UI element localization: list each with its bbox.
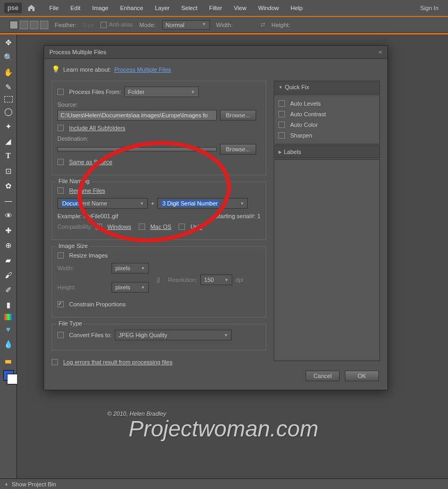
auto-contrast-label: Auto Contrast (290, 111, 326, 117)
close-icon[interactable]: × (379, 49, 382, 55)
lasso-tool-icon[interactable]: ◯ (3, 106, 14, 117)
process-files-dialog: Process Multiple Files × 💡 Learn more ab… (44, 45, 388, 390)
destination-browse-button[interactable]: Browse... (220, 144, 256, 155)
part1-rest: ent Name (82, 200, 107, 207)
chevron-up-icon[interactable]: ▲ (4, 482, 9, 486)
canvas-area: Process Multiple Files × 💡 Learn more ab… (17, 35, 448, 478)
paint-bucket-icon[interactable]: ▮ (3, 299, 14, 311)
eyedropper-tool-icon[interactable]: ✎ (3, 81, 14, 93)
auto-contrast-checkbox[interactable] (278, 111, 285, 117)
antialias-checkbox[interactable] (100, 22, 107, 28)
marquee-subtract[interactable] (30, 21, 38, 29)
menu-select[interactable]: Select (176, 2, 203, 14)
ok-button[interactable]: OK (345, 371, 379, 381)
watermark: © 2010, Helen Bradley Projectwoman.com (107, 410, 318, 441)
healing-tool-icon[interactable]: ✚ (3, 225, 14, 236)
quickfix-header[interactable]: ▼Quick Fix (274, 81, 380, 93)
include-subfolders-label: Include All Subfolders (69, 125, 125, 131)
swap-icon[interactable]: ⇄ (260, 21, 265, 28)
include-subfolders-checkbox[interactable] (57, 125, 64, 131)
redeye-tool-icon[interactable]: 👁 (3, 210, 14, 221)
blur-tool-icon[interactable]: 💧 (3, 338, 14, 350)
name-part2-select[interactable]: 3 Digit Serial Number▼ (157, 198, 248, 209)
format-select[interactable]: JPEG High Quality▼ (115, 330, 232, 340)
straighten-tool-icon[interactable]: — (3, 195, 14, 207)
rename-files-checkbox[interactable] (57, 187, 64, 194)
labels-header[interactable]: ▶Labels (274, 145, 380, 158)
sign-in[interactable]: Sign In (415, 2, 444, 14)
compat-windows-checkbox[interactable] (96, 224, 102, 230)
constrain-checkbox[interactable] (57, 301, 64, 307)
sponge-tool-icon[interactable]: ▃ (3, 353, 14, 365)
serial-value[interactable]: 1 (257, 213, 260, 219)
type-tool-icon[interactable]: T (3, 150, 14, 162)
name-part1-select[interactable]: Document Name▼ (57, 198, 148, 209)
process-from-checkbox[interactable] (57, 89, 64, 95)
auto-levels-label: Auto Levels (290, 100, 320, 107)
shape-tool-icon[interactable]: ♥ (3, 323, 14, 335)
move-tool-icon[interactable]: ✥ (3, 37, 14, 48)
clone-tool-icon[interactable]: ⊕ (3, 239, 14, 251)
menu-help[interactable]: Help (285, 2, 308, 14)
menu-filter[interactable]: Filter (204, 2, 227, 14)
source-path-input[interactable]: C:\Users\Helen\Documents\aa images\Europ… (57, 110, 217, 121)
feather-label: Feather: (55, 22, 77, 28)
cancel-button[interactable]: Cancel (306, 371, 340, 381)
menu-image[interactable]: Image (87, 2, 114, 14)
example-value: MyFile001.gif (83, 213, 118, 219)
resolution-select[interactable]: 150▼ (200, 274, 232, 285)
convert-checkbox[interactable] (57, 332, 64, 338)
crop-tool-icon[interactable]: ⊡ (3, 165, 14, 177)
color-swatches[interactable] (3, 370, 14, 381)
menu-enhance[interactable]: Enhance (115, 2, 148, 14)
same-as-source-checkbox[interactable] (57, 159, 64, 165)
brush-tool-icon[interactable]: 🖌 (3, 269, 14, 281)
hand-tool-icon[interactable]: ✋ (3, 66, 14, 78)
process-from-select[interactable]: Folder▼ (124, 87, 199, 97)
source-browse-button[interactable]: Browse... (220, 110, 256, 121)
log-errors-checkbox[interactable] (52, 359, 58, 365)
menu-window[interactable]: Window (253, 2, 284, 14)
gradient-tool-icon[interactable] (4, 314, 13, 320)
destination-path-input[interactable] (57, 147, 217, 151)
height-unit-select[interactable]: pixels▼ (112, 282, 149, 293)
example-label: Example: (57, 213, 82, 219)
home-icon[interactable] (26, 3, 37, 13)
auto-color-checkbox[interactable] (278, 122, 285, 128)
chevron-down-icon: ▼ (278, 85, 283, 90)
compat-mac-checkbox[interactable] (139, 224, 145, 230)
marquee-add[interactable] (20, 21, 28, 29)
width-unit-select[interactable]: pixels▼ (112, 263, 149, 273)
marquee-tool-icon[interactable] (4, 96, 13, 102)
compat-unix-checkbox[interactable] (179, 224, 185, 230)
cookie-cutter-icon[interactable]: ✿ (3, 180, 14, 192)
menu-edit[interactable]: Edit (65, 2, 86, 14)
file-naming-legend: File Naming (56, 178, 92, 184)
status-bar: ▲ Show Project Bin (0, 478, 448, 489)
mode-select[interactable]: Normal▼ (162, 20, 210, 30)
selection-tool-icon[interactable]: ◢ (3, 135, 14, 147)
resolution-label: Resolution: (168, 277, 197, 283)
chevron-down-icon: ▼ (202, 22, 206, 28)
menu-view[interactable]: View (229, 2, 252, 14)
constrain-label: Constrain Proportions (69, 301, 125, 307)
height-unit: pixels (115, 284, 130, 290)
options-bar: Feather: 0 px Anti-alias Mode: Normal▼ W… (0, 17, 448, 33)
auto-levels-checkbox[interactable] (278, 100, 285, 107)
marquee-intersect[interactable] (40, 21, 48, 29)
quickfix-panel: Auto Levels Auto Contrast Auto Color Sha… (274, 95, 380, 144)
menu-layer[interactable]: Layer (149, 2, 175, 14)
resize-images-checkbox[interactable] (57, 252, 64, 259)
marquee-new[interactable] (10, 21, 18, 29)
menu-file[interactable]: File (44, 2, 64, 14)
image-size-fieldset: Image Size Resize Images Width:pixels▼ H… (52, 246, 266, 318)
chevron-down-icon: ▼ (140, 201, 144, 206)
menu-items: File Edit Image Enhance Layer Select Fil… (44, 2, 308, 14)
wand-tool-icon[interactable]: ✦ (3, 121, 14, 132)
eraser-tool-icon[interactable]: ▰ (3, 254, 14, 266)
smart-brush-icon[interactable]: ✐ (3, 284, 14, 296)
hint-link[interactable]: Process Multiple Files (114, 66, 171, 73)
project-bin-toggle[interactable]: Show Project Bin (12, 481, 56, 487)
zoom-tool-icon[interactable]: 🔍 (3, 52, 14, 63)
sharpen-checkbox[interactable] (278, 132, 285, 139)
